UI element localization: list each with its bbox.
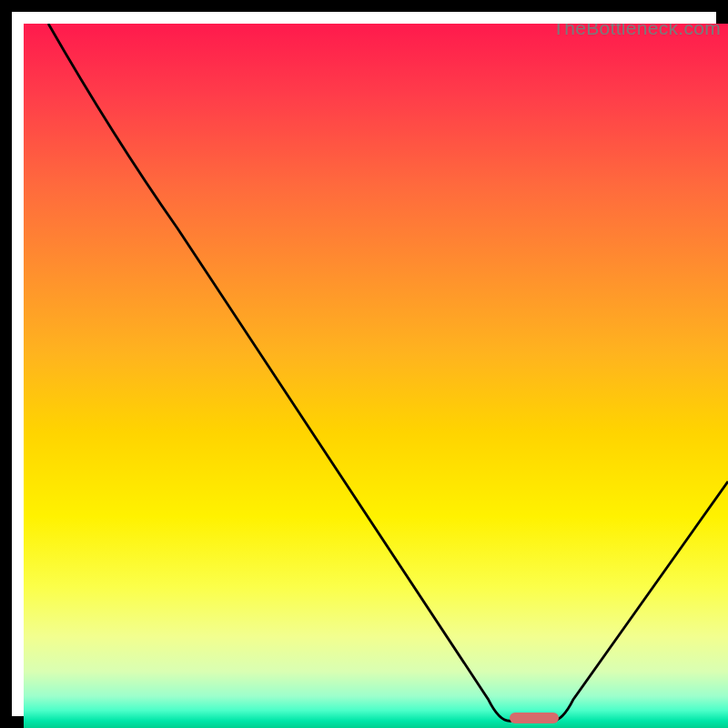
chart-plot-area: TheBottleneck.com	[24, 24, 728, 728]
watermark-text: TheBottleneck.com	[552, 24, 721, 39]
chart-frame: TheBottleneck.com	[0, 0, 728, 728]
chart-background-gradient	[24, 24, 728, 728]
chart-marker	[510, 713, 559, 723]
